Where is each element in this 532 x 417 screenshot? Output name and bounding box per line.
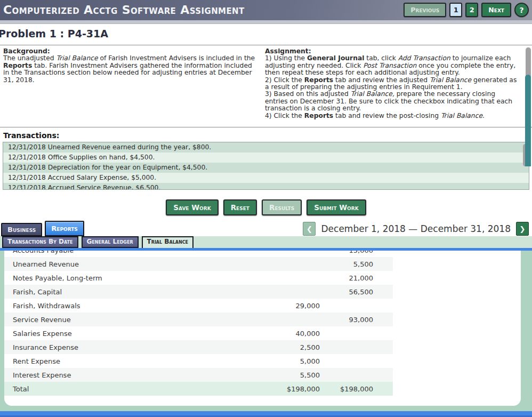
- tab-reports[interactable]: Reports: [45, 221, 84, 236]
- bottom-bar: [0, 411, 532, 415]
- account-name-cell: Total: [4, 385, 256, 393]
- assignment-section: Assignment: 1) Using the General Journal…: [265, 48, 520, 119]
- report-tabbar: Transactions By Date General Ledger Tria…: [0, 236, 532, 248]
- text-segment: 3) Based on this adjusted: [265, 90, 351, 98]
- transaction-row: 12/31/2018 Accrued Service Revenue, $6,5…: [3, 183, 529, 190]
- credit-amount-cell: 56,500: [320, 288, 373, 296]
- trial-balance-row: Salaries Expense40,000: [4, 326, 393, 340]
- trial-balance-row: Farish, Capital56,500: [4, 285, 393, 299]
- text-segment: tab and review the adjusted: [333, 76, 430, 84]
- text-segment: Trial Balance: [441, 112, 482, 119]
- credit-amount-cell: 5,500: [320, 260, 373, 268]
- chevron-right-icon: ❯: [520, 225, 526, 233]
- text-segment: tab and review the post-closing: [333, 112, 441, 119]
- submit-work-button[interactable]: Submit Work: [307, 199, 366, 215]
- debit-amount-cell: $198,000: [256, 385, 320, 393]
- text-segment: Trial Balance: [56, 54, 98, 62]
- account-name-cell: Salaries Expense: [4, 330, 256, 338]
- credit-amount-cell: 21,000: [320, 274, 373, 282]
- date-next-button[interactable]: ❯: [516, 222, 529, 236]
- problem-title: Problem 1 : P4-31A: [0, 28, 108, 39]
- credit-amount-cell: $198,000: [320, 385, 373, 393]
- debit-amount-cell: 2,500: [256, 343, 320, 351]
- account-name-cell: Service Revenue: [4, 316, 256, 324]
- transactions-heading: Transactions:: [3, 131, 59, 140]
- transaction-row: 12/31/2018 Depreciation for the year on …: [3, 163, 529, 173]
- title-bar: Computerized Acctg Software Assignment P…: [0, 0, 532, 20]
- debit-amount-cell: 29,000: [256, 302, 320, 310]
- text-segment: Post Transaction: [363, 62, 416, 69]
- text-segment: 1) Using the: [265, 54, 307, 62]
- credit-amount-cell: 15,000: [320, 251, 373, 254]
- background-text: The unadjusted Trial Balance of Farish I…: [3, 55, 259, 84]
- save-work-button[interactable]: Save Work: [166, 199, 218, 215]
- header-nav: Previous 1 2 Next ?: [404, 3, 529, 17]
- trial-balance-report: Accounts Payable15,000Unearned Revenue5,…: [4, 251, 521, 406]
- tab-business[interactable]: Business: [1, 223, 42, 236]
- account-name-cell: Accounts Payable: [4, 251, 256, 254]
- reset-button[interactable]: Reset: [223, 199, 257, 215]
- app-window: Computerized Acctg Software Assignment P…: [0, 0, 532, 417]
- results-button[interactable]: Results: [262, 199, 302, 215]
- account-name-cell: Rent Expense: [4, 357, 256, 365]
- transactions-list: 12/31/2018 Unearned Revenue earned durin…: [3, 142, 529, 190]
- app-title: Computerized Acctg Software Assignment: [3, 0, 245, 20]
- page-1-button[interactable]: 1: [449, 3, 462, 17]
- page-2-button[interactable]: 2: [465, 3, 478, 17]
- header-divider: [0, 20, 532, 24]
- assignment-item: 4) Click the Reports tab and review the …: [265, 113, 520, 119]
- trial-balance-row: Interest Expense5,500: [4, 368, 393, 382]
- tab-general-ledger[interactable]: General Ledger: [82, 236, 139, 248]
- chevron-left-icon: ❮: [307, 225, 312, 233]
- trial-balance-row: Accounts Payable15,000: [4, 251, 393, 257]
- account-name-cell: Farish, Withdrawals: [4, 302, 256, 310]
- text-segment: Add Transaction: [398, 54, 450, 62]
- background-heading: Background:: [3, 48, 259, 55]
- text-segment: 4) Click the: [265, 112, 304, 119]
- transaction-row: 12/31/2018 Office Supplies on hand, $4,5…: [3, 153, 529, 163]
- text-segment: tab. Farish Investment Advisers gathered…: [3, 62, 252, 84]
- tab-transactions-by-date[interactable]: Transactions By Date: [2, 236, 78, 248]
- text-segment: Reports: [304, 112, 333, 119]
- debit-amount-cell: 40,000: [256, 330, 320, 338]
- text-segment: of Farish Investment Advisers is include…: [98, 54, 255, 62]
- assignment-heading: Assignment:: [265, 48, 520, 55]
- transaction-row: 12/31/2018 Accrued Salary Expense, $5,00…: [3, 173, 529, 183]
- assignment-item: 2) Click the Reports tab and review the …: [265, 77, 520, 91]
- text-segment: Trial Balance,: [351, 90, 394, 98]
- text-segment: The unadjusted: [3, 54, 56, 62]
- action-bar: Save Work Reset Results Submit Work: [0, 199, 532, 215]
- date-range-label: December 1, 2018 — December 31, 2018: [321, 223, 511, 234]
- credit-amount-cell: 93,000: [320, 316, 373, 324]
- previous-button[interactable]: Previous: [404, 3, 446, 17]
- text-segment: Trial Balance: [430, 76, 471, 84]
- debit-amount-cell: 5,000: [256, 357, 320, 365]
- date-navigation: ❮ December 1, 2018 — December 31, 2018 ❯: [303, 222, 529, 236]
- account-name-cell: Interest Expense: [4, 371, 256, 379]
- report-scrollbar-thumb[interactable]: [525, 75, 531, 166]
- trial-balance-row: Unearned Revenue5,500: [4, 257, 393, 271]
- instructions-panel: Background: The unadjusted Trial Balance…: [0, 45, 532, 127]
- help-button[interactable]: ?: [514, 3, 529, 17]
- report-area: Accounts Payable15,000Unearned Revenue5,…: [0, 251, 532, 417]
- date-prev-button[interactable]: ❮: [303, 222, 316, 236]
- trial-balance-row: Farish, Withdrawals29,000: [4, 299, 393, 312]
- main-tabs: Business Reports: [1, 220, 84, 236]
- trial-balance-table: Accounts Payable15,000Unearned Revenue5,…: [4, 251, 393, 396]
- next-button[interactable]: Next: [481, 3, 511, 17]
- trial-balance-row: Service Revenue93,000: [4, 312, 393, 326]
- account-name-cell: Notes Payable, Long-term: [4, 274, 256, 282]
- text-segment: tab, click: [364, 54, 398, 62]
- text-segment: Reports: [3, 62, 32, 69]
- text-segment: Reports: [304, 76, 333, 84]
- text-segment: General Journal: [307, 54, 365, 62]
- trial-balance-row: Insurance Expense2,500: [4, 340, 393, 354]
- debit-amount-cell: 5,500: [256, 371, 320, 379]
- tabbar-accent-line: [0, 248, 532, 251]
- trial-balance-row: Notes Payable, Long-term21,000: [4, 271, 393, 285]
- assignment-item: 1) Using the General Journal tab, click …: [265, 55, 520, 76]
- assignment-item: 3) Based on this adjusted Trial Balance,…: [265, 91, 520, 112]
- transactions-rows: 12/31/2018 Unearned Revenue earned durin…: [3, 142, 529, 190]
- account-name-cell: Farish, Capital: [4, 288, 256, 296]
- trial-balance-total-row: Total$198,000$198,000: [4, 382, 393, 396]
